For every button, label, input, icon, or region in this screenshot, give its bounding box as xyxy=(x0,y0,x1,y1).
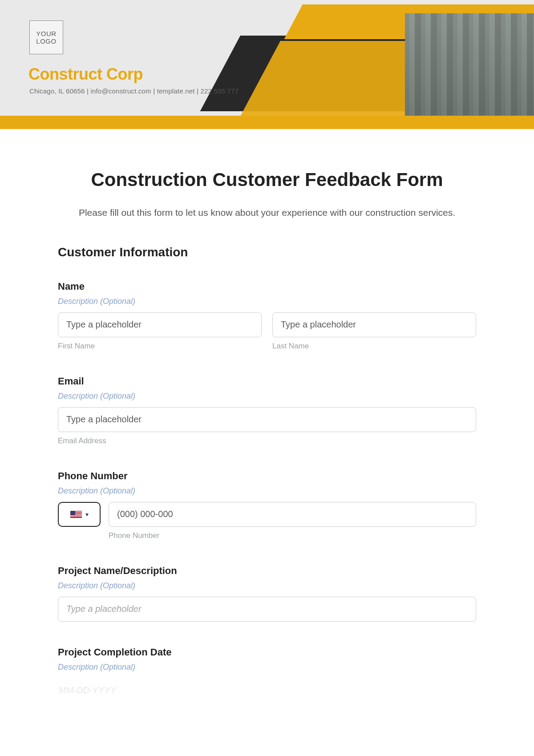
chevron-down-icon: ▾ xyxy=(85,511,89,518)
field-phone: Phone Number Description (Optional) ▾ Ph… xyxy=(58,470,476,540)
company-name: Construct Corp xyxy=(28,65,143,84)
country-code-select[interactable]: ▾ xyxy=(58,502,101,527)
last-name-input[interactable] xyxy=(272,312,476,337)
us-flag-icon xyxy=(70,511,82,518)
field-completion-date: Project Completion Date Description (Opt… xyxy=(58,647,476,703)
field-email: Email Description (Optional) Email Addre… xyxy=(58,376,476,445)
hint-name: Description (Optional) xyxy=(58,297,476,306)
field-project: Project Name/Description Description (Op… xyxy=(58,565,476,622)
label-email: Email xyxy=(58,376,476,387)
sublabel-phone: Phone Number xyxy=(109,531,476,540)
first-name-input[interactable] xyxy=(58,312,262,337)
phone-input[interactable] xyxy=(109,502,476,527)
city-photo xyxy=(405,13,534,129)
label-phone: Phone Number xyxy=(58,470,476,482)
header-angled-graphics xyxy=(267,0,534,129)
section-customer-information: Customer Information xyxy=(58,245,476,259)
form-description: Please fill out this form to let us know… xyxy=(71,206,463,220)
field-name: Name Description (Optional) First Name L… xyxy=(58,281,476,351)
label-completion-date: Project Completion Date xyxy=(58,647,476,658)
sublabel-first-name: First Name xyxy=(58,342,262,351)
company-contact-line: Chicago, IL 60656 | info@construct.com |… xyxy=(29,87,239,95)
logo-placeholder: YOUR LOGO xyxy=(29,20,63,54)
form-container: Construction Customer Feedback Form Plea… xyxy=(58,129,476,725)
hint-email: Description (Optional) xyxy=(58,392,476,401)
completion-date-input[interactable] xyxy=(58,678,476,703)
logo-text: YOUR LOGO xyxy=(36,30,56,45)
email-input[interactable] xyxy=(58,407,476,432)
hint-project: Description (Optional) xyxy=(58,581,476,590)
sublabel-last-name: Last Name xyxy=(272,342,476,351)
hint-phone: Description (Optional) xyxy=(58,486,476,496)
project-input[interactable] xyxy=(58,597,476,622)
header-orange-strip xyxy=(0,116,534,129)
hint-completion-date: Description (Optional) xyxy=(58,663,476,672)
label-project: Project Name/Description xyxy=(58,565,476,577)
sublabel-email: Email Address xyxy=(58,437,476,445)
form-title: Construction Customer Feedback Form xyxy=(58,169,476,190)
header-banner: YOUR LOGO Construct Corp Chicago, IL 606… xyxy=(0,0,534,129)
label-name: Name xyxy=(58,281,476,292)
